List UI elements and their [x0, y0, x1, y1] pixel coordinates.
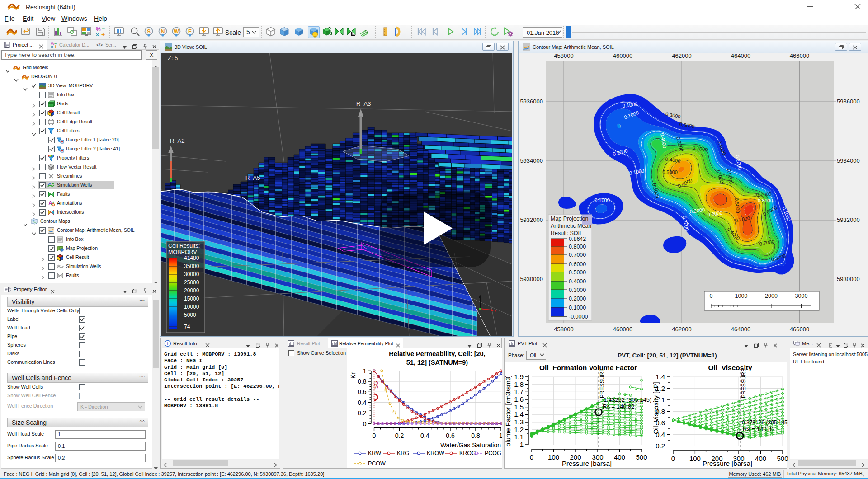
svg-text:1: 1 — [520, 441, 524, 448]
svg-text:PCOW: PCOW — [368, 460, 386, 467]
svg-text:0.1000: 0.1000 — [594, 197, 610, 203]
svg-text:400: 400 — [755, 455, 766, 462]
svg-text:Map Projection: Map Projection — [551, 216, 588, 222]
svg-text:0.8000: 0.8000 — [569, 244, 586, 250]
svg-text:Water/Gas Saturation: Water/Gas Saturation — [440, 441, 501, 449]
svg-text:×: × — [51, 45, 53, 49]
svg-text:S: S — [147, 28, 151, 35]
svg-text:Rs = 140.82: Rs = 140.82 — [743, 426, 774, 432]
svg-text:Oil Viscosity: Oil Viscosity — [708, 364, 752, 371]
svg-text:1.9: 1.9 — [514, 373, 524, 380]
svg-text:0.6000: 0.6000 — [569, 261, 586, 268]
svg-text:Oil Viscosity [cP]: Oil Viscosity [cP] — [652, 382, 660, 434]
svg-text:462000: 462000 — [672, 326, 691, 333]
svg-text:0.7000: 0.7000 — [569, 252, 586, 258]
svg-text:Relative Permeability, Cell: [: Relative Permeability, Cell: [20, — [389, 350, 485, 357]
svg-text:-0.0000: -0.0000 — [569, 314, 588, 320]
svg-text:olume Factor [rm3/sm3]: olume Factor [rm3/sm3] — [505, 375, 512, 446]
svg-text:462000: 462000 — [672, 53, 691, 59]
svg-text:0.6: 0.6 — [446, 432, 455, 439]
svg-text:458000: 458000 — [554, 53, 573, 59]
svg-text:1.6: 1.6 — [514, 395, 524, 403]
svg-text:0.1000: 0.1000 — [569, 305, 586, 311]
svg-text:0.4000: 0.4000 — [569, 278, 586, 285]
svg-text:KROG: KROG — [459, 450, 476, 456]
svg-text:5000: 5000 — [184, 312, 196, 318]
svg-text:0.2: 0.2 — [656, 442, 665, 450]
svg-text:0.4: 0.4 — [358, 399, 367, 406]
svg-text:41480: 41480 — [184, 255, 199, 261]
svg-text:×: × — [96, 32, 99, 37]
svg-text:KROW: KROW — [427, 450, 444, 456]
svg-text:i: i — [167, 341, 169, 346]
svg-text:5932000: 5932000 — [837, 216, 860, 223]
svg-text:5932000: 5932000 — [520, 216, 543, 223]
svg-text:0: 0 — [363, 420, 367, 427]
svg-text:W: W — [174, 28, 179, 35]
svg-text:30000: 30000 — [184, 271, 199, 277]
svg-text:35000: 35000 — [184, 263, 199, 269]
svg-text:5930000: 5930000 — [520, 276, 543, 282]
svg-text:500: 500 — [636, 453, 647, 461]
svg-text:466000: 466000 — [790, 326, 809, 333]
svg-text:0.8: 0.8 — [358, 378, 367, 385]
svg-text:R_A3: R_A3 — [356, 100, 371, 107]
svg-text:0.5000: 0.5000 — [662, 169, 678, 175]
svg-text:0.5000: 0.5000 — [569, 269, 586, 276]
svg-text:458000: 458000 — [554, 326, 573, 333]
svg-text:1.5: 1.5 — [514, 403, 524, 411]
svg-text:0: 0 — [710, 293, 713, 299]
svg-text:0: 0 — [530, 453, 533, 461]
svg-text:Cell Results:: Cell Results: — [168, 243, 200, 249]
svg-text:464000: 464000 — [731, 53, 750, 59]
svg-text:466000: 466000 — [790, 53, 809, 59]
svg-text:5936000: 5936000 — [837, 98, 860, 105]
svg-text:0.378129 (305.145): 0.378129 (305.145) — [742, 419, 788, 426]
svg-text:1: 1 — [363, 367, 367, 375]
svg-text:A: A — [48, 200, 52, 207]
svg-text:2000: 2000 — [765, 293, 778, 299]
svg-text:1.2: 1.2 — [514, 426, 524, 433]
svg-text:5934000: 5934000 — [520, 157, 543, 164]
svg-text:x: x — [494, 308, 497, 313]
svg-text:464000: 464000 — [731, 326, 750, 333]
svg-text:R_A2: R_A2 — [170, 137, 185, 144]
svg-text:0.8: 0.8 — [471, 432, 480, 439]
svg-text:Arithmetic Mean: Arithmetic Mean — [551, 223, 591, 229]
svg-text:5936000: 5936000 — [520, 98, 543, 105]
svg-text:Pressure [barsa]: Pressure [barsa] — [562, 460, 612, 467]
svg-text:5934000: 5934000 — [837, 157, 860, 164]
svg-text:E: E — [188, 28, 192, 35]
svg-text:PRESSURE: PRESSURE — [599, 368, 605, 398]
svg-text:500: 500 — [777, 455, 788, 462]
svg-text:0: 0 — [373, 432, 376, 439]
svg-text:3000: 3000 — [795, 293, 808, 299]
svg-text:400: 400 — [614, 453, 625, 461]
svg-text:MOBPORV: MOBPORV — [168, 249, 197, 255]
svg-text:Pressure [barsa]: Pressure [barsa] — [703, 460, 752, 467]
svg-text:PCOG: PCOG — [485, 450, 501, 456]
svg-text:74: 74 — [184, 324, 190, 330]
svg-text:1.8: 1.8 — [514, 380, 524, 388]
svg-text:KRW: KRW — [368, 450, 381, 456]
svg-text:</>: </> — [96, 42, 103, 47]
svg-text:0.2000: 0.2000 — [569, 296, 586, 302]
svg-text:N: N — [161, 28, 165, 35]
svg-text:Kr: Kr — [349, 372, 357, 379]
svg-text:0.2: 0.2 — [395, 432, 404, 439]
svg-text:15000: 15000 — [184, 296, 199, 302]
svg-text:25000: 25000 — [184, 279, 199, 286]
svg-text:Z: 5: Z: 5 — [168, 55, 178, 61]
svg-text:SG: SG — [373, 381, 379, 389]
svg-text:KRG: KRG — [397, 450, 409, 456]
svg-text:0.2: 0.2 — [358, 409, 367, 417]
svg-text:1.43252 (305.145): 1.43252 (305.145) — [604, 396, 651, 403]
svg-text:1.1: 1.1 — [514, 433, 524, 441]
svg-text:0.8642: 0.8642 — [569, 236, 586, 242]
svg-text:+: + — [101, 31, 105, 37]
svg-text:1: 1 — [661, 396, 665, 404]
svg-text:0.8000: 0.8000 — [758, 198, 773, 203]
svg-text:Rs = 140.82: Rs = 140.82 — [603, 403, 634, 410]
svg-text:R_A5: R_A5 — [245, 174, 260, 181]
svg-text:5930000: 5930000 — [837, 276, 860, 282]
